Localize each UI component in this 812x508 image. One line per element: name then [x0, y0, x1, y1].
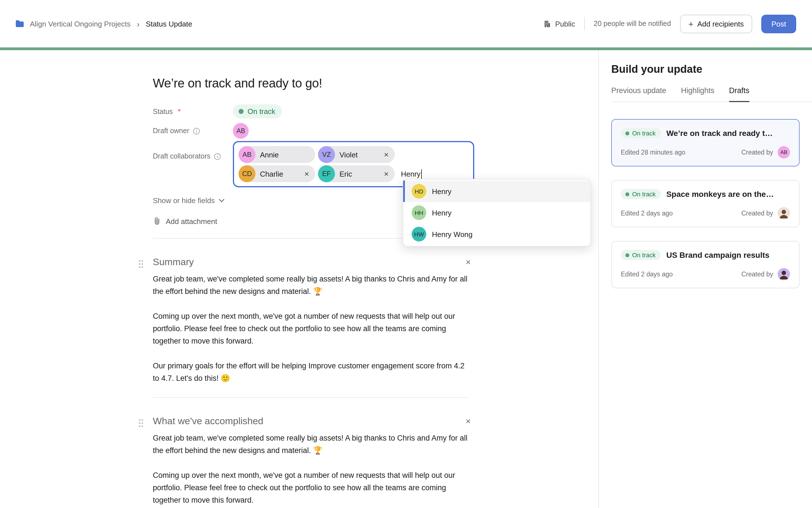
typeahead-option[interactable]: HW Henry Wong — [403, 223, 590, 245]
section-paragraph[interactable]: Coming up over the next month, we've got… — [153, 310, 471, 347]
creator-avatar-photo — [778, 268, 790, 280]
status-badge: On track — [621, 128, 661, 138]
edited-timestamp: Edited 28 minutes ago — [621, 149, 685, 156]
breadcrumb-project-link[interactable]: Align Vertical Ongoing Projects — [30, 19, 131, 28]
breadcrumb-current: Status Update — [146, 19, 192, 28]
notify-count-text: 20 people will be notified — [594, 20, 671, 28]
collaborator-chip[interactable]: CD Charlie × — [238, 165, 315, 182]
sidebar-tabs: Previous update Highlights Drafts — [611, 86, 812, 102]
remove-collaborator-icon[interactable]: × — [384, 151, 389, 159]
avatar: VZ — [318, 146, 335, 163]
draft-owner-label: Draft owner — [153, 127, 233, 135]
info-icon — [214, 153, 221, 160]
tab-drafts[interactable]: Drafts — [729, 86, 750, 102]
created-by-label: Created by — [741, 271, 773, 278]
tab-previous-update[interactable]: Previous update — [611, 86, 666, 101]
typeahead-option[interactable]: HD Henry — [403, 180, 590, 202]
collaborator-chip[interactable]: VZ Violet × — [318, 146, 395, 163]
add-recipients-button[interactable]: + Add recipients — [680, 14, 752, 33]
sidebar-heading: Build your update — [611, 63, 800, 76]
draft-owner-avatar[interactable]: AB — [233, 123, 249, 139]
header-accent-bar — [0, 47, 812, 50]
avatar: CD — [238, 165, 256, 182]
creator-avatar-photo — [778, 207, 790, 219]
status-field-row: Status* On track — [153, 104, 480, 119]
section-accomplished: What we've accomplished × Great job team… — [153, 416, 471, 507]
avatar: HD — [412, 184, 426, 199]
info-icon — [192, 127, 200, 134]
avatar: HW — [412, 227, 426, 242]
section-heading[interactable]: What we've accomplished — [153, 416, 263, 427]
avatar: EF — [318, 165, 335, 182]
divider — [584, 17, 585, 31]
update-title-input[interactable]: We’re on track and ready to go! — [153, 76, 598, 91]
draft-card[interactable]: On track We’re on track and ready t… Edi… — [611, 119, 800, 166]
status-badge[interactable]: On track — [233, 104, 282, 119]
top-bar: Align Vertical Ongoing Projects › Status… — [0, 0, 812, 47]
draft-card[interactable]: On track US Brand campaign results Edite… — [611, 241, 800, 288]
close-icon[interactable]: × — [465, 417, 471, 426]
app-window: Align Vertical Ongoing Projects › Status… — [0, 0, 812, 508]
drag-handle-icon[interactable] — [138, 419, 144, 430]
draft-card-title: Space monkeys are on the… — [666, 189, 774, 199]
status-dot-icon — [238, 109, 243, 114]
draft-card-title: We’re on track and ready t… — [666, 129, 773, 138]
status-badge: On track — [621, 250, 661, 260]
section-summary: Summary × Great job team, we've complete… — [153, 257, 471, 385]
plus-icon: + — [688, 19, 693, 28]
status-label: Status* — [153, 108, 233, 115]
build-update-sidebar: Build your update Previous update Highli… — [598, 50, 812, 508]
chevron-down-icon — [219, 199, 224, 203]
breadcrumb: Align Vertical Ongoing Projects › Status… — [15, 18, 192, 29]
required-asterisk: * — [178, 108, 181, 115]
section-paragraph[interactable]: Great job team, we've completed some rea… — [153, 273, 471, 298]
topbar-actions: Public 20 people will be notified + Add … — [543, 14, 796, 33]
creator-avatar: AB — [778, 146, 790, 159]
privacy-label: Public — [555, 19, 575, 28]
collaborator-chip[interactable]: AB Annie — [238, 146, 315, 163]
edited-timestamp: Edited 2 days ago — [621, 271, 673, 278]
remove-collaborator-icon[interactable]: × — [305, 170, 309, 178]
avatar: HH — [412, 205, 426, 220]
paperclip-icon — [153, 217, 161, 226]
section-paragraph[interactable]: Coming up over the next month, we've got… — [153, 469, 471, 507]
typeahead-option[interactable]: HH Henry — [403, 202, 590, 223]
close-icon[interactable]: × — [465, 258, 471, 267]
building-icon — [543, 19, 551, 28]
draft-card-title: US Brand campaign results — [666, 251, 769, 259]
remove-collaborator-icon[interactable]: × — [384, 170, 389, 178]
collaborator-search-text[interactable]: Henry — [401, 169, 421, 178]
divider — [153, 397, 468, 398]
privacy-setting[interactable]: Public — [543, 19, 575, 28]
chevron-right-icon: › — [137, 19, 140, 29]
created-by-label: Created by — [741, 149, 773, 156]
status-dot-icon — [625, 253, 629, 257]
status-dot-icon — [625, 131, 629, 135]
collaborator-chip[interactable]: EF Eric × — [318, 165, 395, 182]
section-paragraph[interactable]: Great job team, we've completed some rea… — [153, 432, 471, 457]
folder-icon — [15, 18, 25, 29]
tab-highlights[interactable]: Highlights — [681, 86, 715, 101]
fields: Status* On track Draft owner — [153, 104, 480, 187]
post-button[interactable]: Post — [761, 14, 796, 33]
avatar: AB — [238, 146, 256, 163]
section-paragraph[interactable]: Our primary goals for the effort will be… — [153, 360, 471, 385]
edited-timestamp: Edited 2 days ago — [621, 210, 673, 217]
collaborators-label: Draft collaborators — [153, 152, 233, 160]
status-badge: On track — [621, 189, 661, 199]
drag-handle-icon[interactable] — [138, 259, 144, 271]
section-heading[interactable]: Summary — [153, 257, 194, 268]
draft-card[interactable]: On track Space monkeys are on the… Edite… — [611, 180, 800, 227]
status-update-editor: We’re on track and ready to go! Status* … — [0, 50, 598, 508]
status-dot-icon — [625, 192, 629, 196]
collaborators-field-row: Draft collaborators AB Annie — [153, 141, 480, 187]
collaborator-typeahead-menu: HD Henry HH Henry HW Henry Wong — [403, 179, 591, 247]
text-caret — [421, 169, 421, 178]
draft-owner-field-row: Draft owner AB — [153, 123, 480, 139]
created-by-label: Created by — [741, 210, 773, 217]
